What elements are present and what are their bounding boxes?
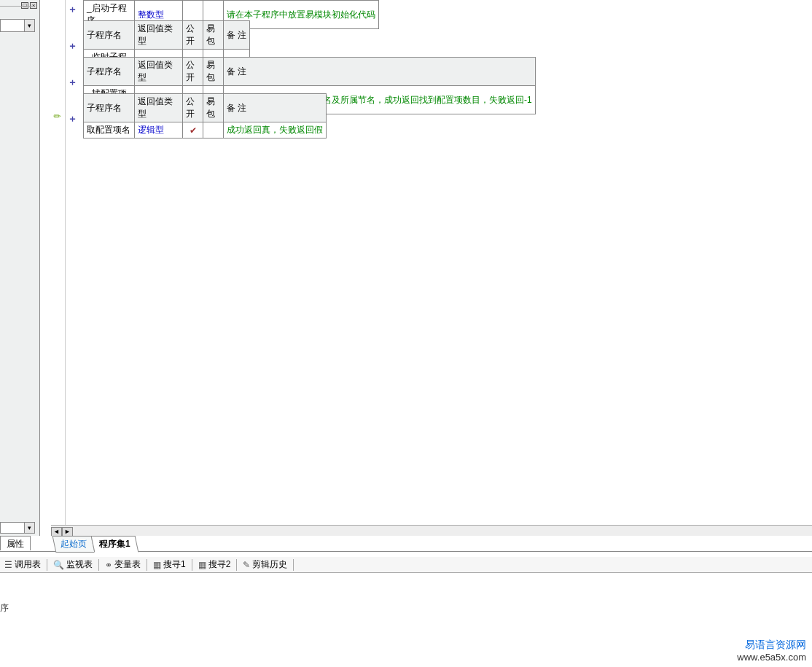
column-header: 子程序名	[84, 21, 135, 50]
tab-label: 起始页	[60, 538, 87, 550]
status-text: 序	[0, 602, 9, 615]
cell-return-type[interactable]: 逻辑型	[135, 122, 183, 139]
tab-property[interactable]: 属性	[0, 536, 31, 550]
column-header: 易包	[203, 21, 224, 50]
tool-label: 监视表	[66, 558, 93, 571]
column-header: 易包	[203, 58, 224, 86]
cell-pack[interactable]	[203, 122, 224, 139]
expand-toggle[interactable]: ＋	[68, 39, 77, 52]
tool-5[interactable]: ✎剪辑历史	[240, 558, 290, 572]
tool-1[interactable]: 🔍监视表	[50, 558, 95, 572]
tool-label: 调用表	[15, 558, 41, 571]
bottom-toolbar: ☰调用表🔍监视表⚭变量表▦搜寻1▦搜寻2✎剪辑历史	[0, 557, 812, 573]
panel-top-dropdown[interactable]: ▾	[0, 19, 35, 32]
column-header: 子程序名	[84, 94, 135, 122]
tool-icon: ☰	[4, 560, 12, 570]
separator	[98, 559, 99, 571]
tool-icon: ▦	[153, 560, 161, 570]
expand-toggle[interactable]: ＋	[68, 3, 77, 16]
tool-label: 搜寻2	[208, 558, 231, 571]
tool-0[interactable]: ☰调用表	[1, 558, 44, 572]
column-header: 备 注	[224, 94, 327, 122]
tool-4[interactable]: ▦搜寻2	[195, 558, 234, 572]
tab-program-unit[interactable]: 程序集1	[91, 536, 139, 553]
tool-label: 变量表	[114, 558, 141, 571]
column-header: 子程序名	[84, 58, 135, 86]
tab-label: 程序集1	[99, 538, 130, 550]
table-row[interactable]: 取配置项名逻辑型✔成功返回真，失败返回假	[84, 122, 327, 139]
cell-name[interactable]: 取配置项名	[84, 122, 135, 139]
tool-3[interactable]: ▦搜寻1	[150, 558, 189, 572]
tab-strip: 属性 起始页 程序集1	[0, 536, 812, 552]
tool-icon: 🔍	[53, 560, 64, 570]
subroutine-table: 子程序名返回值类型公开易包备 注取配置项名逻辑型✔成功返回真，失败返回假	[83, 93, 327, 139]
column-header: 易包	[203, 94, 224, 122]
horizontal-scrollbar[interactable]: ◄►	[51, 525, 812, 536]
watermark-title: 易语言资源网	[737, 639, 806, 652]
panel-separator	[0, 6, 34, 7]
tab-start-page[interactable]: 起始页	[52, 536, 95, 553]
separator	[47, 559, 47, 571]
column-header: 返回值类型	[135, 21, 183, 50]
column-header: 公开	[183, 21, 203, 50]
watermark: 易语言资源网 www.e5a5x.com	[737, 639, 806, 663]
watermark-url: www.e5a5x.com	[737, 652, 806, 663]
tool-2[interactable]: ⚭变量表	[102, 558, 144, 572]
tool-icon: ✎	[243, 560, 250, 570]
cell-note[interactable]: 成功返回真，失败返回假	[224, 122, 327, 139]
tool-label: 搜寻1	[163, 558, 186, 571]
column-header: 返回值类型	[135, 94, 183, 122]
code-tabs: 起始页 程序集1	[54, 536, 136, 553]
code-gutter	[40, 0, 66, 525]
expand-toggle[interactable]: ＋	[68, 112, 77, 125]
separator	[192, 559, 192, 571]
code-editor-area[interactable]: _启动子程序整数型请在本子程序中放置易模块初始化代码子程序名返回值类型公开易包备…	[80, 0, 812, 525]
column-header: 返回值类型	[135, 58, 183, 86]
chevron-down-icon: ▾	[24, 20, 34, 31]
separator	[293, 559, 294, 571]
column-header: 公开	[183, 58, 203, 86]
separator	[147, 559, 147, 571]
tool-icon: ▦	[198, 560, 206, 570]
separator	[236, 559, 237, 571]
panel-bottom-dropdown[interactable]: ▾	[0, 522, 35, 534]
tool-icon: ⚭	[105, 560, 112, 570]
expand-toggle[interactable]: ＋	[68, 76, 77, 89]
chevron-down-icon: ▾	[24, 523, 34, 533]
column-header: 备 注	[224, 58, 536, 86]
column-header: 公开	[183, 94, 203, 122]
side-panel: □ × ▾ ▾	[0, 0, 40, 536]
column-header: 备 注	[224, 21, 250, 50]
cell-public[interactable]: ✔	[183, 122, 203, 139]
tool-label: 剪辑历史	[252, 558, 287, 571]
